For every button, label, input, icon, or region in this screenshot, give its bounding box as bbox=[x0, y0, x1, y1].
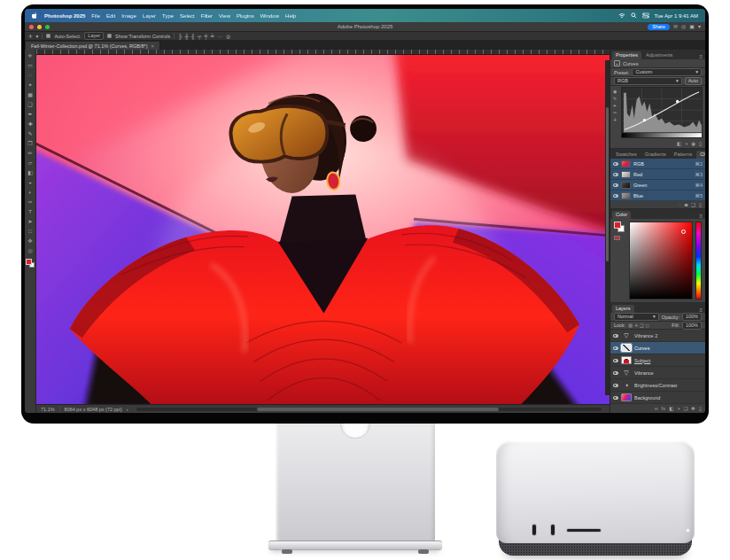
auto-select-checkbox[interactable] bbox=[46, 34, 50, 38]
layer-group-icon[interactable]: ❏ bbox=[683, 406, 687, 411]
curves-editor[interactable]: ◉ ✎ ✒ ✑ ✛ bbox=[610, 86, 705, 140]
menu-select[interactable]: Select bbox=[180, 13, 195, 19]
zoom-level[interactable]: 71.1% bbox=[41, 407, 55, 412]
eyedropper-tool[interactable]: ✒ bbox=[27, 110, 32, 120]
hand-tool[interactable]: ✥ bbox=[27, 237, 32, 246]
layer-row-brightness-contrast[interactable]: ◑ Brightness/Contrast bbox=[610, 379, 705, 392]
document-canvas[interactable] bbox=[36, 55, 610, 404]
edit-points-icon[interactable]: ✎ bbox=[613, 96, 621, 101]
zoom-tool[interactable]: ◎ bbox=[27, 246, 32, 256]
layer-mask-icon[interactable]: ◧ bbox=[669, 406, 673, 411]
eraser-tool[interactable]: ▱ bbox=[28, 159, 33, 168]
foreground-color-swatch[interactable] bbox=[614, 222, 621, 229]
tab-swatches[interactable]: Swatches bbox=[612, 151, 641, 159]
link-layers-icon[interactable]: ∞ bbox=[655, 406, 658, 411]
visibility-eye-icon[interactable] bbox=[613, 371, 618, 375]
adjustment-layer-icon[interactable]: ◑ bbox=[677, 406, 680, 411]
new-channel-icon[interactable]: ❑ bbox=[691, 202, 695, 207]
tab-adjustments[interactable]: Adjustments bbox=[642, 51, 676, 59]
document-tab[interactable]: Fall-Winter-Collection.psd @ 71.1% (Curv… bbox=[26, 42, 160, 50]
channel-row-green[interactable]: Green ⌘4 bbox=[610, 180, 705, 191]
horizontal-scrollbar-thumb[interactable] bbox=[257, 408, 499, 411]
lasso-tool[interactable]: ◌ bbox=[28, 71, 32, 81]
gray-point-eyedropper-icon[interactable]: ✑ bbox=[613, 110, 621, 115]
black-point-eyedropper-icon[interactable]: ✒ bbox=[613, 103, 621, 108]
align-middle-icon[interactable]: ╪ bbox=[204, 34, 207, 39]
delete-channel-icon[interactable]: ▯ bbox=[699, 202, 702, 207]
crop-tool[interactable]: ▦ bbox=[27, 90, 33, 100]
reset-icon[interactable]: ◑ bbox=[685, 141, 687, 146]
share-button[interactable]: Share bbox=[648, 24, 670, 30]
visibility-eye-icon[interactable] bbox=[613, 359, 618, 362]
channel-row-red[interactable]: Red ⌘3 bbox=[610, 169, 705, 180]
visibility-eye-icon[interactable] bbox=[613, 334, 618, 338]
curves-histogram[interactable] bbox=[621, 87, 703, 138]
menu-window[interactable]: Window bbox=[260, 13, 279, 19]
gradient-tool[interactable]: ◧ bbox=[27, 168, 33, 178]
tab-patterns[interactable]: Patterns bbox=[671, 151, 695, 159]
layer-row-curves[interactable]: Curves bbox=[610, 342, 705, 354]
layer-row-vibrance[interactable]: ▽ Vibrance bbox=[610, 367, 705, 379]
delete-icon[interactable]: ▯ bbox=[699, 141, 702, 146]
auto-select-dropdown[interactable]: Layer bbox=[84, 32, 104, 40]
frame-tool[interactable]: ❑ bbox=[27, 100, 32, 110]
show-transform-checkbox[interactable] bbox=[107, 34, 112, 38]
control-center-icon[interactable] bbox=[642, 12, 649, 19]
search-icon[interactable]: ◎ bbox=[681, 24, 686, 30]
tool-preset-chevron-icon[interactable]: ▾ bbox=[36, 34, 39, 39]
menu-app-name[interactable]: Photoshop 2025 bbox=[44, 13, 85, 19]
targeted-adjustment-icon[interactable]: ◉ bbox=[613, 89, 621, 94]
delete-layer-icon[interactable]: ▯ bbox=[699, 406, 702, 411]
visibility-eye-icon[interactable] bbox=[613, 346, 618, 350]
menu-file[interactable]: File bbox=[91, 13, 100, 19]
apple-menu-icon[interactable] bbox=[32, 12, 38, 19]
visibility-eye-icon[interactable] bbox=[613, 162, 618, 166]
menu-plugins[interactable]: Plugins bbox=[237, 13, 254, 19]
visibility-eye-icon[interactable] bbox=[613, 194, 618, 198]
brush-tool[interactable]: ✎ bbox=[27, 129, 32, 139]
status-chevron-icon[interactable]: › bbox=[127, 407, 128, 412]
layer-effects-icon[interactable]: fx bbox=[662, 406, 665, 411]
blend-mode-dropdown[interactable]: Normal▾ bbox=[614, 313, 659, 321]
layer-row-subject[interactable]: Subject bbox=[610, 354, 705, 367]
fill-dropdown[interactable]: 100% bbox=[682, 322, 702, 330]
healing-brush-tool[interactable]: ✚ bbox=[27, 120, 32, 129]
menu-help[interactable]: Help bbox=[285, 13, 296, 19]
lock-transparency-icon[interactable]: ▨ bbox=[628, 323, 633, 328]
layer-row-vibrance-2[interactable]: ▽ Vibrance 2 bbox=[610, 330, 705, 342]
color-swatches[interactable] bbox=[26, 259, 35, 268]
horizontal-scrollbar[interactable] bbox=[136, 408, 602, 411]
visibility-eye-icon[interactable] bbox=[613, 183, 618, 187]
lock-position-icon[interactable]: ✛ bbox=[634, 323, 638, 328]
lock-artboard-icon[interactable]: ❑ bbox=[640, 323, 643, 328]
visibility-icon[interactable]: ◉ bbox=[691, 141, 695, 146]
type-tool[interactable]: T bbox=[28, 207, 32, 217]
channel-row-blue[interactable]: Blue ⌘5 bbox=[610, 191, 705, 201]
menu-type[interactable]: Type bbox=[162, 13, 174, 19]
tab-properties[interactable]: Properties bbox=[612, 51, 641, 59]
wifi-icon[interactable] bbox=[618, 12, 625, 19]
load-selection-icon[interactable]: ◌ bbox=[678, 202, 680, 207]
move-tool[interactable]: ✛ bbox=[27, 51, 32, 61]
dodge-tool[interactable]: ◐ bbox=[28, 188, 32, 198]
white-point-eyedropper-icon[interactable]: ✛ bbox=[613, 117, 621, 122]
layer-row-background[interactable]: Background bbox=[610, 392, 705, 404]
opacity-dropdown[interactable]: 100% bbox=[682, 313, 702, 321]
marquee-tool[interactable]: ▭ bbox=[27, 61, 33, 71]
vertical-scrollbar[interactable] bbox=[605, 60, 610, 395]
align-bottom-icon[interactable]: ╧ bbox=[211, 34, 214, 39]
path-select-tool[interactable]: ➤ bbox=[27, 217, 32, 227]
menu-clock[interactable]: Tue Apr 1 9:41 AM bbox=[655, 13, 698, 19]
history-brush-tool[interactable]: ✏ bbox=[27, 149, 32, 159]
menu-layer[interactable]: Layer bbox=[143, 13, 156, 19]
menu-filter[interactable]: Filter bbox=[201, 13, 213, 19]
tab-layers[interactable]: Layers bbox=[612, 305, 634, 313]
channel-row-rgb[interactable]: RGB ⌘2 bbox=[610, 159, 705, 169]
snap-icon[interactable]: ◎ bbox=[226, 34, 230, 39]
lock-all-icon[interactable]: ◻ bbox=[646, 323, 649, 328]
saturation-brightness-field[interactable] bbox=[629, 222, 693, 299]
workspace-icon[interactable]: ▣ bbox=[689, 24, 695, 30]
menu-image[interactable]: Image bbox=[121, 13, 136, 19]
save-selection-icon[interactable]: ◙ bbox=[685, 202, 687, 207]
chevron-down-icon[interactable]: ▾ bbox=[698, 24, 701, 30]
